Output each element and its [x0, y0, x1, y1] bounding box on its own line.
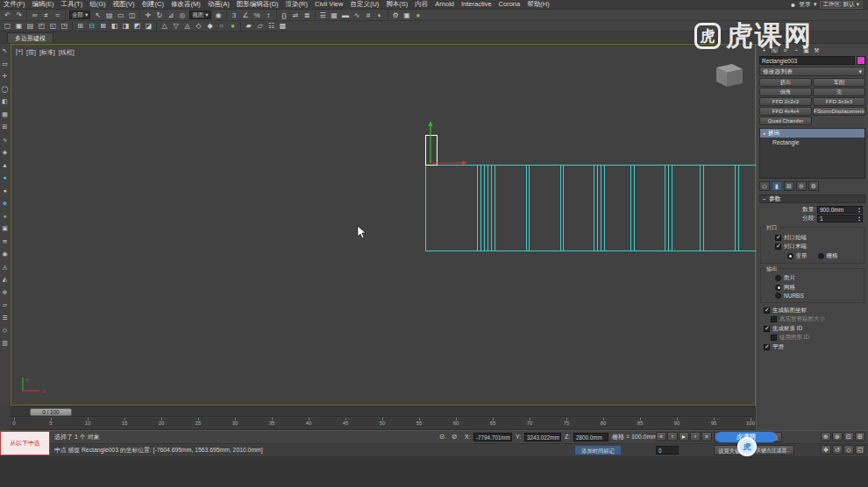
- ribbon-icon-16[interactable]: ◬: [182, 21, 193, 31]
- left-toolbar-icon-1[interactable]: ↖: [1, 46, 10, 55]
- menu-item-6[interactable]: 修改器(M): [167, 0, 204, 9]
- hierarchy-tab[interactable]: ≡: [780, 46, 790, 54]
- amount-field[interactable]: 900.0mm ▴▾: [817, 206, 863, 214]
- left-toolbar-icon-18[interactable]: ◬: [1, 263, 10, 272]
- cap-end-checkbox[interactable]: [775, 244, 781, 250]
- timeline-ruler[interactable]: 0510152025303540455055606570758085909510…: [11, 418, 756, 430]
- left-toolbar-icon-15[interactable]: ▣: [1, 224, 10, 233]
- redo-button[interactable]: ↷: [14, 11, 25, 20]
- field-of-view-button[interactable]: ◇: [843, 445, 854, 455]
- time-slider-track[interactable]: 0 / 100: [11, 406, 756, 417]
- ribbon-icon-1[interactable]: ▢: [3, 21, 13, 31]
- left-toolbar-icon-6[interactable]: ▦: [1, 110, 10, 119]
- left-toolbar-icon-17[interactable]: ◉: [1, 250, 10, 258]
- layer-explorer-toggle[interactable]: ▦: [329, 11, 339, 20]
- ribbon-icon-3[interactable]: ▤: [25, 21, 36, 31]
- left-toolbar-icon-19[interactable]: ◭: [1, 275, 10, 284]
- menu-item-2[interactable]: 工具(T): [58, 0, 87, 9]
- ribbon-icon-4[interactable]: ◰: [37, 21, 47, 31]
- menu-item-16[interactable]: Corona: [495, 0, 524, 9]
- current-frame-field[interactable]: 0: [656, 446, 679, 455]
- material-editor-button[interactable]: ◐: [374, 11, 385, 20]
- select-and-scale-button[interactable]: ⊿: [166, 11, 176, 20]
- show-end-result-icon[interactable]: ▮: [772, 181, 782, 191]
- left-toolbar-icon-16[interactable]: ≋: [1, 237, 10, 246]
- play-button[interactable]: ►: [679, 432, 689, 441]
- login-dropdown-icon[interactable]: ▾: [814, 1, 817, 8]
- ribbon-icon-11[interactable]: ◨: [121, 21, 132, 31]
- menu-item-17[interactable]: 帮助(H): [523, 0, 552, 9]
- nurbs-radio[interactable]: [775, 293, 781, 299]
- ribbon-icon-17[interactable]: ◇: [194, 21, 204, 31]
- menu-item-12[interactable]: 脚本(S): [382, 0, 411, 9]
- ribbon-icon-18[interactable]: ◆: [205, 21, 216, 31]
- reference-coordinate-system-dropdown[interactable]: 视图▾: [189, 11, 210, 19]
- grid-radio[interactable]: [818, 253, 824, 259]
- ribbon-icon-23[interactable]: ☷: [267, 21, 277, 31]
- window-crossing-toggle[interactable]: ◫: [127, 11, 138, 20]
- viewport-shading-standard-menu[interactable]: [标准]: [39, 48, 55, 57]
- left-toolbar-icon-3[interactable]: ✛: [1, 72, 10, 81]
- menu-item-9[interactable]: 渲染(R): [282, 0, 311, 9]
- next-frame-button[interactable]: ›: [690, 432, 701, 441]
- make-unique-icon[interactable]: ⊞: [784, 181, 794, 191]
- use-shape-ids-checkbox[interactable]: [771, 335, 777, 341]
- left-toolbar-icon-21[interactable]: ▱: [1, 300, 10, 309]
- segments-spinner[interactable]: ▴▾: [858, 215, 860, 222]
- menu-item-10[interactable]: Civil View: [311, 0, 346, 9]
- ribbon-icon-19[interactable]: ○: [217, 21, 227, 31]
- spinner-snap-toggle[interactable]: ↕: [263, 11, 274, 20]
- ribbon-icon-8[interactable]: ⊟: [87, 21, 97, 31]
- object-name-field[interactable]: Rectangle003: [759, 56, 855, 65]
- modifier-set-button-0-1[interactable]: 车削: [813, 78, 865, 87]
- ribbon-icon-6[interactable]: ◳: [60, 21, 70, 31]
- edit-named-selection-sets-button[interactable]: {}: [279, 11, 289, 20]
- angle-snap-toggle[interactable]: ∠: [240, 11, 251, 20]
- modifier-set-button-1-1[interactable]: 壳: [813, 88, 865, 96]
- remove-modifier-icon[interactable]: ⊖: [796, 181, 807, 191]
- stack-entry-0[interactable]: ●挤出: [760, 129, 864, 138]
- menu-item-14[interactable]: Arnold: [431, 0, 458, 9]
- modifier-set-button-2-1[interactable]: FFD 3x3x3: [813, 97, 865, 106]
- left-toolbar-icon-24[interactable]: ▥: [1, 339, 10, 348]
- utilities-tab[interactable]: ⚒: [812, 46, 822, 54]
- viewcube[interactable]: [709, 60, 744, 92]
- ribbon-icon-12[interactable]: ◩: [132, 21, 143, 31]
- login-button[interactable]: 登录: [799, 0, 811, 9]
- menu-item-7[interactable]: 动画(A): [204, 0, 233, 9]
- workspace-selector[interactable]: 工作区: 默认 ▾: [820, 1, 863, 9]
- y-coordinate-field[interactable]: 3243.022mm: [524, 433, 561, 441]
- select-by-name-button[interactable]: ▤: [104, 11, 115, 20]
- x-coordinate-field[interactable]: -7794.701mm: [473, 433, 512, 441]
- select-and-move-button[interactable]: ✛: [143, 11, 153, 20]
- menu-item-15[interactable]: Interactive: [458, 0, 495, 9]
- go-to-start-button[interactable]: «: [656, 432, 666, 441]
- left-toolbar-icon-2[interactable]: ▭: [1, 60, 10, 68]
- morph-radio[interactable]: [787, 253, 793, 259]
- maximize-viewport-toggle[interactable]: ◱: [855, 445, 865, 455]
- key-filters-button[interactable]: 关键点过滤器...: [752, 445, 794, 455]
- ribbon-icon-2[interactable]: ▣: [14, 21, 25, 31]
- viewport-shading-wireframe-menu[interactable]: [线框]: [59, 48, 75, 57]
- snaps-toggle-button[interactable]: 3: [229, 11, 239, 20]
- ribbon-icon-15[interactable]: ▽: [171, 21, 181, 31]
- pan-button[interactable]: ✥: [821, 445, 831, 455]
- left-toolbar-icon-9[interactable]: ◈: [1, 148, 10, 157]
- modifier-set-button-3-1[interactable]: FStormDisplacement: [813, 107, 865, 116]
- scene-explorer-toggle[interactable]: ☰: [317, 11, 328, 20]
- left-toolbar-icon-8[interactable]: ∿: [1, 136, 10, 145]
- orbit-button[interactable]: ↺: [832, 445, 843, 455]
- rendered-frame-window-button[interactable]: ▣: [402, 11, 412, 20]
- render-production-button[interactable]: ●: [413, 11, 423, 20]
- segments-field[interactable]: 1 ▴▾: [817, 215, 863, 222]
- modifier-set-button-4-0[interactable]: Quad Chamfer: [759, 116, 812, 125]
- bind-to-space-warp-button[interactable]: ≈: [53, 11, 63, 20]
- selection-lock-toggle[interactable]: ⊘: [449, 432, 459, 442]
- viewport[interactable]: [+] [前] [标准] [线框] X Y: [11, 44, 756, 406]
- zoom-button[interactable]: ⊕: [821, 432, 831, 441]
- ribbon-icon-9[interactable]: ⊠: [98, 21, 109, 31]
- real-world-map-size-checkbox[interactable]: [771, 316, 777, 322]
- modifier-set-button-0-0[interactable]: 挤出: [759, 78, 812, 87]
- modify-tab[interactable]: ∿: [770, 46, 779, 54]
- selection-filter-dropdown[interactable]: 全部▾: [69, 11, 90, 19]
